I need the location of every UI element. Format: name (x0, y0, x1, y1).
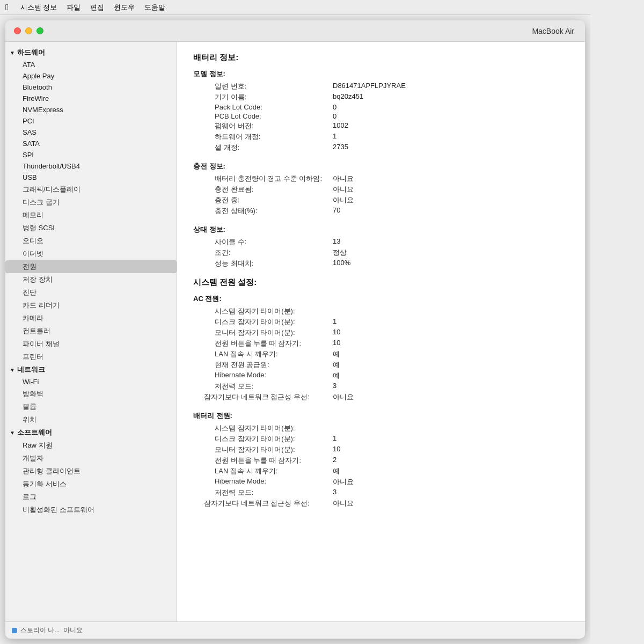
sidebar-item-power[interactable]: 전원 (5, 260, 177, 273)
bat-hibernate-row: Hibernate Mode: 아니요 (193, 477, 569, 487)
battery-power-group-title: 배터리 전원: (193, 411, 569, 421)
sidebar-item-spi[interactable]: SPI (5, 149, 177, 160)
menu-window[interactable]: 윈도우 (114, 3, 135, 12)
sidebar-section-network[interactable]: ▼ 네트워크 (5, 363, 177, 376)
menu-file[interactable]: 파일 (67, 3, 80, 12)
sidebar-item-bluetooth[interactable]: Bluetooth (5, 82, 177, 93)
bat-monitor-sleep-label: 모니터 잠자기 타이머(분): (193, 445, 333, 455)
charge-status-value: 70 (333, 206, 340, 216)
condition-label: 조건: (193, 248, 333, 258)
sidebar-item-developer[interactable]: 개발자 (5, 452, 177, 465)
apple-menu[interactable]:  (5, 3, 9, 12)
ac-group-title: AC 전원: (193, 294, 569, 304)
max-capacity-row: 성능 최대치: 100% (193, 258, 569, 269)
sidebar-item-diagnostics[interactable]: 진단 (5, 286, 177, 299)
sidebar-item-wifi[interactable]: Wi-Fi (5, 376, 177, 387)
sidebar-item-memory[interactable]: 메모리 (5, 209, 177, 222)
sidebar-item-volume[interactable]: 볼륨 (5, 400, 177, 413)
sidebar-item-audio[interactable]: 오디오 (5, 235, 177, 247)
bat-sleep-timer-row: 시스템 잠자기 타이머(분): (193, 423, 569, 434)
sidebar-item-parallel-scsi[interactable]: 병렬 SCSI (5, 222, 177, 235)
sidebar-item-ata[interactable]: ATA (5, 59, 177, 70)
sidebar-section-hardware[interactable]: ▼ 하드웨어 (5, 46, 177, 59)
sidebar-item-sata[interactable]: SATA (5, 138, 177, 149)
menu-help[interactable]: 도움말 (144, 3, 165, 12)
bat-network-access-row: 잠자기보다 네트워크 접근성 우선: 아니요 (193, 498, 569, 509)
model-group-title: 모델 정보: (193, 69, 569, 79)
cell-revision-value: 2735 (333, 143, 348, 152)
firmware-row: 펌웨어 버전: 1002 (193, 121, 569, 131)
ac-low-power-value: 3 (333, 382, 336, 391)
ac-lan-wake-value: 예 (333, 349, 340, 359)
main-layout: ▼ 하드웨어 ATA Apple Pay Bluetooth FireWire … (5, 42, 585, 621)
charge-group-title: 충전 정보: (193, 162, 569, 171)
firmware-value: 1002 (333, 121, 348, 131)
bat-sleep-timer-label: 시스템 잠자기 타이머(분): (193, 423, 333, 433)
sidebar-item-disabled-software[interactable]: 비활성화된 소프트웨어 (5, 503, 177, 516)
ac-low-power-label: 저전력 모드: (193, 382, 333, 391)
sidebar-item-nvmexpress[interactable]: NVMExpress (5, 104, 177, 115)
sidebar-item-graphics[interactable]: 그래픽/디스플레이 (5, 183, 177, 196)
bottom-bar: 스토리이 나... 아니요 (5, 621, 585, 639)
cycle-row: 사이클 수: 13 (193, 237, 569, 247)
device-name-value: bq20z451 (333, 92, 363, 102)
sidebar-item-storage[interactable]: 저장 장치 (5, 273, 177, 286)
model-info-block: 모델 정보: 일련 번호: D861471APFLPJYRAE 기기 이름: b… (193, 69, 569, 153)
ac-disk-sleep-value: 1 (333, 317, 336, 327)
storage-dot-icon (12, 628, 17, 633)
sidebar-item-ethernet[interactable]: 이더넷 (5, 247, 177, 260)
sidebar-item-firewire[interactable]: FireWire (5, 93, 177, 104)
sidebar-item-log[interactable]: 로그 (5, 491, 177, 503)
menu-system-info[interactable]: 시스템 정보 (20, 3, 57, 12)
sidebar-item-sas[interactable]: SAS (5, 127, 177, 138)
bat-network-access2-value: 아니요 (333, 499, 354, 508)
bat-low-power-value: 3 (333, 488, 336, 497)
ac-hibernate-value: 예 (333, 371, 340, 380)
window-buttons (14, 27, 43, 34)
ac-monitor-sleep-row: 모니터 잠자기 타이머(분): 10 (193, 327, 569, 338)
ac-current-power-row: 현재 전원 공급원: 예 (193, 360, 569, 370)
device-name-label: 기기 이름: (193, 92, 333, 102)
bat-lan-wake-value: 예 (333, 466, 340, 476)
sidebar-item-card-reader[interactable]: 카드 리더기 (5, 299, 177, 312)
pcb-lot-row: PCB Lot Code: 0 (193, 112, 569, 121)
sidebar-item-pci[interactable]: PCI (5, 115, 177, 127)
bat-monitor-sleep-value: 10 (333, 445, 340, 455)
sidebar-item-managed-client[interactable]: 관리형 클라이언트 (5, 465, 177, 478)
hardware-revision-label: 하드웨어 개정: (193, 132, 333, 142)
sidebar: ▼ 하드웨어 ATA Apple Pay Bluetooth FireWire … (5, 42, 177, 621)
ac-network-access-row: 잠자기보다 네트워크 접근성 우선: 아니요 (193, 392, 569, 402)
low-charge-value: 아니요 (333, 174, 354, 184)
hardware-revision-row: 하드웨어 개정: 1 (193, 131, 569, 142)
software-section-label: 소프트웨어 (17, 428, 52, 437)
sidebar-item-printer[interactable]: 프린터 (5, 350, 177, 363)
menu-edit[interactable]: 편집 (90, 3, 104, 12)
sidebar-item-disk-burn[interactable]: 디스크 굽기 (5, 196, 177, 209)
charge-status-row: 충전 상태(%): 70 (193, 206, 569, 216)
cycle-label: 사이클 수: (193, 237, 333, 247)
sidebar-item-applepay[interactable]: Apple Pay (5, 70, 177, 82)
sidebar-item-usb[interactable]: USB (5, 172, 177, 183)
sidebar-item-thunderbolt[interactable]: Thunderbolt/USB4 (5, 160, 177, 172)
ac-power-btn-value: 10 (333, 339, 340, 348)
minimize-button[interactable] (25, 27, 32, 34)
sidebar-item-controller[interactable]: 컨트롤러 (5, 325, 177, 338)
sidebar-item-raw[interactable]: Raw 지원 (5, 439, 177, 452)
sidebar-section-software[interactable]: ▼ 소프트웨어 (5, 426, 177, 439)
sidebar-item-sync-services[interactable]: 동기화 서비스 (5, 478, 177, 491)
sidebar-item-firewall[interactable]: 방화벽 (5, 387, 177, 400)
hardware-section-label: 하드웨어 (17, 48, 45, 57)
condition-row: 조건: 정상 (193, 247, 569, 258)
ac-lan-wake-label: LAN 접속 시 깨우기: (193, 349, 333, 359)
main-window: MacBook Air ▼ 하드웨어 ATA Apple Pay Bluetoo… (5, 20, 585, 639)
close-button[interactable] (14, 27, 21, 34)
sidebar-item-camera[interactable]: 카메라 (5, 312, 177, 325)
maximize-button[interactable] (36, 27, 43, 34)
low-charge-row: 배터리 충전량이 경고 수준 이하임: 아니요 (193, 173, 569, 184)
sidebar-item-fiber-channel[interactable]: 파이버 채널 (5, 338, 177, 350)
charging-label: 충전 중: (193, 195, 333, 205)
sidebar-item-location[interactable]: 위치 (5, 413, 177, 426)
pack-lot-value: 0 (333, 103, 336, 111)
content-area: 배터리 정보: 모델 정보: 일련 번호: D861471APFLPJYRAE … (177, 42, 585, 621)
max-capacity-value: 100% (333, 259, 350, 268)
